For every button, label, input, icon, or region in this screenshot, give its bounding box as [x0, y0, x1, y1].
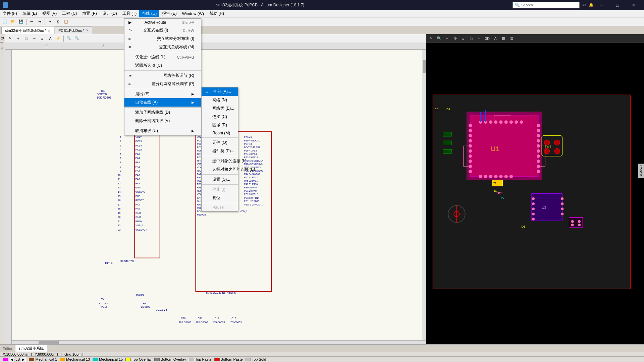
- layer-mechanical13[interactable]: Mechanical 13: [60, 357, 90, 361]
- ctx-autoroute[interactable]: 自动布线 (A) ▶: [124, 98, 201, 107]
- sch-label[interactable]: A: [47, 35, 54, 42]
- settings-icon[interactable]: ⚙: [582, 3, 586, 7]
- search-box[interactable]: 🔍: [513, 2, 580, 8]
- ctx-diff-route[interactable]: ≈ 交互式差分对布线 (I): [124, 35, 201, 43]
- pcb-3d[interactable]: 3D: [484, 35, 491, 42]
- pcb-via[interactable]: ⊙: [451, 35, 459, 42]
- notify-icon[interactable]: 🔔: [589, 3, 594, 7]
- pcb-zoom[interactable]: 🔍: [435, 35, 443, 42]
- sch-net[interactable]: ～: [31, 35, 38, 42]
- menu-report[interactable]: 报告 (E): [159, 10, 179, 17]
- ctx-diff-equal[interactable]: ≈ 差分对网络等长调节 (P): [124, 80, 201, 88]
- menu-help[interactable]: 帮助 (H): [207, 10, 227, 17]
- menu-design[interactable]: 设计 (D): [100, 10, 120, 17]
- menu-edit[interactable]: 编辑 (E): [20, 10, 40, 17]
- ctx-return-select[interactable]: 返回所选项 (C): [124, 61, 201, 70]
- layer-nav-right[interactable]: ▶: [21, 357, 26, 362]
- menu-route[interactable]: 布线 (U): [139, 10, 159, 17]
- menu-view[interactable]: 视图 (V): [40, 10, 59, 17]
- sub-area[interactable]: 区域 (R): [202, 121, 238, 129]
- layer-nav-left[interactable]: ◀: [9, 357, 14, 362]
- sch-zoom-out[interactable]: 🔍: [73, 35, 80, 42]
- ctx-interactive-route[interactable]: 〜 交互式布线 (I) Ctrl+W: [124, 26, 201, 35]
- minimize-button[interactable]: ─: [594, 0, 609, 10]
- pcb-view[interactable]: U1 Y1 SW1 D1: [426, 43, 644, 344]
- toolbar-open[interactable]: 📂: [9, 18, 17, 25]
- sub-all[interactable]: ≡ 全部 (A)...: [202, 87, 238, 96]
- sch-scrollbar-h[interactable]: [12, 340, 426, 344]
- toolbar-redo[interactable]: ↪: [36, 18, 43, 25]
- sch-component[interactable]: □: [22, 35, 30, 42]
- ctx-active-route[interactable]: ▶ ActiveRoute Shift+A: [124, 19, 201, 26]
- svg-text:8: 8: [120, 165, 121, 168]
- sub-sel-between[interactable]: 选择对象之间的连接 (B): [202, 165, 238, 174]
- sch-power[interactable]: ⚡: [55, 35, 62, 42]
- sub-pause: Pause: [202, 204, 238, 211]
- svg-text:5: 5: [120, 153, 121, 156]
- ctx-net-equal[interactable]: ≃ 网络等长调节 (R): [124, 71, 201, 80]
- menu-tools[interactable]: 工具 (T): [120, 10, 140, 17]
- ctx-del-subnet[interactable]: 删除子网络跳线 (V): [124, 117, 201, 125]
- ctx-bus-route[interactable]: ≡ 交互式总线布线 (M): [124, 43, 201, 51]
- tab-pcb[interactable]: PCB1.PcbDoc * ✕: [55, 26, 92, 34]
- pcb-text[interactable]: A: [492, 35, 499, 42]
- maximize-button[interactable]: □: [610, 0, 625, 10]
- toolbar-undo[interactable]: ↩: [28, 18, 35, 25]
- menu-project[interactable]: 工程 (C): [59, 10, 79, 17]
- sch-bus[interactable]: ≡: [39, 35, 46, 42]
- layer-bottom-paste[interactable]: Bottom Paste: [214, 357, 243, 361]
- pcb-layer[interactable]: ≣: [508, 35, 515, 42]
- sch-wire[interactable]: ＋: [14, 35, 22, 42]
- tab-pcb-close[interactable]: ✕: [86, 28, 89, 32]
- sub-sel-connect[interactable]: 选中对象的连接 (L): [202, 157, 238, 165]
- ctx-add-subnet[interactable]: 添加子网络跳线 (D): [124, 108, 201, 117]
- menu-place[interactable]: 放置 (P): [79, 10, 99, 17]
- layer-mechanical15[interactable]: Mechanical 15: [93, 357, 123, 361]
- toolbar-new[interactable]: 📄: [1, 18, 9, 25]
- sub-setup[interactable]: 设置 (S)...: [202, 175, 238, 184]
- close-button[interactable]: ✕: [626, 0, 641, 10]
- sch-scrollbar-v-thumb[interactable]: [423, 60, 426, 73]
- layer-top-paste[interactable]: Top Paste: [189, 357, 212, 361]
- sub-device-class[interactable]: 器件类 (P)...: [202, 147, 238, 155]
- sub-room[interactable]: Room (M): [202, 129, 238, 137]
- toolbar-paste[interactable]: 📋: [62, 18, 70, 25]
- layer-top-sold[interactable]: Top Sold: [246, 357, 266, 361]
- sub-component[interactable]: 元件 (O): [202, 138, 238, 147]
- sub-net[interactable]: 网络 (N): [202, 96, 238, 104]
- ctx-unroute[interactable]: 取消布线 (U) ▶: [124, 127, 201, 135]
- pcb-component[interactable]: □: [468, 35, 475, 42]
- ctx-optimize[interactable]: 优化选中连线 (L) Ctrl+Alt+G: [124, 53, 201, 61]
- sch-select[interactable]: ↖: [6, 35, 14, 42]
- menu-file[interactable]: 文件 (F): [0, 10, 20, 17]
- left-panel[interactable]: Projects: [0, 34, 5, 344]
- sch-scrollbar-thumb[interactable]: [39, 341, 59, 344]
- panels-button[interactable]: Panels: [638, 164, 644, 178]
- pcb-track[interactable]: ≡: [460, 35, 467, 42]
- svg-point-176: [509, 175, 513, 178]
- svg-text:PA6: PA6: [136, 207, 140, 210]
- layer-top-overlay[interactable]: Top Overlay: [125, 357, 152, 361]
- sub-net-class[interactable]: 网络类 (E)...: [202, 104, 238, 113]
- ctx-fanout[interactable]: 扇出 (F) ▶: [124, 90, 201, 98]
- toolbar-copy[interactable]: ⎘: [54, 18, 62, 25]
- pcb-route[interactable]: ~: [443, 35, 451, 42]
- tab-schematic[interactable]: stm32最小系统.SchDoc * ✕: [1, 27, 54, 34]
- pcb-fill[interactable]: ▦: [500, 35, 507, 42]
- layer-ls[interactable]: ◀ LS ▶: [3, 357, 26, 362]
- layer-mechanical1[interactable]: Mechanical 1: [29, 357, 57, 361]
- search-input[interactable]: [521, 3, 575, 7]
- pcb-select[interactable]: ↖: [427, 35, 435, 42]
- svg-text:PC13: PC13: [136, 140, 142, 143]
- sch-scrollbar-v[interactable]: [422, 50, 426, 340]
- layer-bottom-overlay[interactable]: Bottom Overlay: [154, 357, 186, 361]
- schematic-editor-tab[interactable]: stm32最小系统: [15, 345, 47, 352]
- pcb-measure[interactable]: ↔: [476, 35, 483, 42]
- sub-reset[interactable]: 复位: [202, 194, 238, 202]
- toolbar-save[interactable]: 💾: [17, 18, 25, 25]
- menu-window[interactable]: Window (W): [179, 11, 207, 17]
- toolbar-cut[interactable]: ✂: [46, 18, 54, 25]
- sch-zoom-in[interactable]: 🔍: [65, 35, 72, 42]
- sub-connect[interactable]: 连接 (C): [202, 113, 238, 121]
- tab-schematic-close[interactable]: ✕: [48, 29, 50, 33]
